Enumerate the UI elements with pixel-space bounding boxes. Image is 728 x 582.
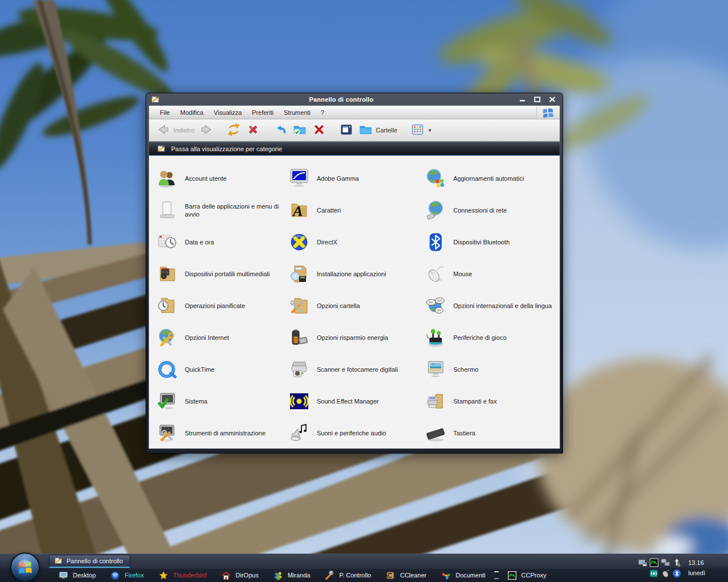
menu-item-modifica[interactable]: Modifica	[175, 107, 209, 118]
cp-item-sound-effect-manager[interactable]: Sound Effect Manager	[288, 385, 425, 417]
move-to-folder-button[interactable]	[290, 121, 309, 140]
cp-item-tastiera[interactable]: Tastiera	[425, 417, 560, 448]
arrow-forward-icon	[199, 122, 214, 139]
swap-arrows-icon	[226, 122, 241, 139]
start-button[interactable]	[10, 552, 40, 582]
menu-item-preferiti[interactable]: Preferiti	[247, 107, 279, 118]
windows-logo	[536, 106, 560, 119]
internet-options-icon	[156, 327, 178, 348]
forward-button[interactable]	[197, 121, 216, 140]
cp-item-opzioni-cartella[interactable]: Opzioni cartella	[288, 290, 425, 322]
cp-item-label: Schermo	[453, 365, 478, 373]
mouse-icon	[425, 263, 446, 285]
taskbar-clock[interactable]: 13.16 lunedì	[681, 554, 728, 582]
game-controllers-icon	[425, 327, 446, 348]
category-view-switch[interactable]: Passa alla visualizzazione per categorie	[149, 142, 560, 156]
window-titlebar[interactable]: Pannello di controllo	[148, 93, 560, 105]
cp-item-barra-delle-applicazioni-e-menu-di-avvio[interactable]: Barra delle applicazioni e menu di avvio	[156, 194, 288, 226]
cp-item-schermo[interactable]: Schermo	[425, 354, 560, 385]
quicklaunch-desktop[interactable]: Desktop	[51, 571, 103, 580]
cp-item-label: Opzioni cartella	[317, 302, 360, 310]
menu-item-visualizza[interactable]: Visualizza	[209, 107, 247, 118]
cp-item-label: Strumenti di amministrazione	[185, 429, 266, 437]
views-button[interactable]: ▾	[408, 121, 434, 140]
quicklaunch-miranda[interactable]: Miranda	[266, 571, 318, 580]
maximize-button[interactable]	[534, 97, 541, 102]
cp-item-adobe-gamma[interactable]: Adobe Gamma	[288, 163, 425, 194]
cp-item-suoni-e-periferiche-audio[interactable]: Suoni e periferiche audio	[288, 417, 425, 448]
delete-glossy-button[interactable]	[243, 121, 263, 140]
cp-item-label: Sound Effect Manager	[317, 397, 379, 405]
taskbar-startmenu-icon	[156, 199, 178, 221]
close-button[interactable]	[549, 97, 556, 102]
menu-item-help[interactable]: ?	[316, 107, 329, 118]
tray-network-icon[interactable]	[661, 558, 670, 567]
back-button[interactable]: Indietro	[154, 121, 197, 140]
tray-bluetooth-tray-icon[interactable]	[672, 569, 681, 578]
delete-button[interactable]	[309, 121, 329, 140]
cp-item-label: Opzioni risparmio energia	[317, 334, 388, 342]
quicklaunch-label: CCProxy	[522, 572, 547, 579]
folders-label: Cartelle	[376, 127, 398, 134]
cp-item-stampanti-e-fax[interactable]: Stampanti e fax	[425, 385, 560, 417]
minimize-button[interactable]	[519, 97, 526, 102]
home-icon	[221, 571, 231, 580]
automatic-updates-icon	[425, 168, 446, 189]
tray-arrows-updown-icon[interactable]	[672, 558, 681, 567]
folders-button[interactable]: Cartelle	[356, 121, 400, 140]
cp-item-operazioni-pianificate[interactable]: Operazioni pianificate	[156, 290, 288, 322]
folder-check-icon	[292, 122, 307, 139]
cp-item-quicktime[interactable]: QuickTime	[156, 354, 288, 385]
cp-item-opzioni-internet[interactable]: Opzioni Internet	[156, 322, 288, 354]
quicklaunch-ccleaner[interactable]: CCleaner	[378, 571, 433, 580]
user-accounts-icon	[156, 168, 178, 189]
windows-flag-icon	[16, 559, 34, 576]
system-tray: 13.16 lunedì	[638, 554, 728, 582]
cp-item-directx[interactable]: DirectX	[288, 226, 425, 258]
cp-item-aggiornamenti-automatici[interactable]: Aggiornamenti automatici	[425, 163, 560, 194]
cp-item-label: Stampanti e fax	[453, 397, 497, 405]
taskbar-task-pannello-di-controllo[interactable]: Pannello di controllo	[49, 555, 130, 568]
cp-item-caratteri[interactable]: ACaratteri	[288, 194, 425, 226]
cp-item-installazione-applicazioni[interactable]: Installazione applicazioni	[288, 258, 425, 290]
display-icon	[425, 359, 446, 380]
cp-item-label: Barra delle applicazioni e menu di avvio	[185, 202, 286, 219]
quicklaunch-p-controllo[interactable]: P. Controllo	[317, 571, 378, 580]
cp-item-periferiche-di-gioco[interactable]: Periferiche di gioco	[425, 322, 560, 354]
quicklaunch-label: Firefox	[125, 572, 144, 579]
window-view-button[interactable]	[337, 121, 356, 140]
tray-mouse-tray-icon[interactable]	[661, 569, 670, 578]
cp-item-account-utente[interactable]: Account utente	[156, 163, 288, 194]
menu-item-file[interactable]: File	[155, 107, 175, 118]
portable-media-icon	[156, 263, 178, 285]
sounds-audio-icon	[288, 422, 310, 444]
control-panel-icon	[157, 144, 166, 153]
quicklaunch-thunderbird[interactable]: Thunderbird	[151, 571, 214, 580]
cp-item-dispositivi-bluetooth[interactable]: Dispositivi Bluetooth	[425, 226, 560, 258]
fonts-icon: A	[288, 199, 310, 221]
tray-media-player-icon[interactable]	[650, 569, 659, 578]
power-options-icon	[288, 327, 310, 348]
cp-item-data-e-ora[interactable]: Data e ora	[156, 226, 288, 258]
cp-item-label: Account utente	[185, 174, 226, 182]
cp-item-label: Opzioni Internet	[185, 334, 229, 342]
tray-ccproxy-tray-icon[interactable]	[650, 558, 659, 567]
cp-item-connessioni-di-rete[interactable]: Connessioni di rete	[425, 194, 560, 226]
cp-item-dispositivi-portatili-multimediali[interactable]: Dispositivi portatili multimediali	[156, 258, 288, 290]
cp-item-scanner-e-fotocamere-digitali[interactable]: Scanner e fotocamere digitali	[288, 354, 425, 385]
tray-remote-display-icon[interactable]	[638, 558, 647, 567]
toolbar: IndietroCartelle▾	[149, 119, 560, 142]
cp-item-opzioni-internazionali-e-della-lingua[interactable]: Opzioni internazionali e della lingua	[425, 290, 560, 322]
cp-item-strumenti-di-amministrazione[interactable]: Strumenti di amministrazione	[156, 417, 288, 448]
quicklaunch-ccproxy[interactable]: CCProxy	[500, 571, 554, 580]
cp-item-mouse[interactable]: Mouse	[425, 258, 560, 290]
quicklaunch-firefox[interactable]: Firefox	[103, 571, 151, 580]
cp-item-label: Installazione applicazioni	[317, 270, 386, 278]
quicklaunch-documenti[interactable]: Documenti	[434, 571, 493, 580]
quicklaunch-diropus[interactable]: DirOpus	[214, 571, 266, 580]
cp-item-sistema[interactable]: Sistema	[156, 385, 288, 417]
cp-item-opzioni-risparmio-energia[interactable]: Opzioni risparmio energia	[288, 322, 425, 354]
swap-button[interactable]	[224, 121, 243, 140]
undo-button[interactable]	[271, 121, 290, 140]
menu-item-strumenti[interactable]: Strumenti	[279, 107, 316, 118]
